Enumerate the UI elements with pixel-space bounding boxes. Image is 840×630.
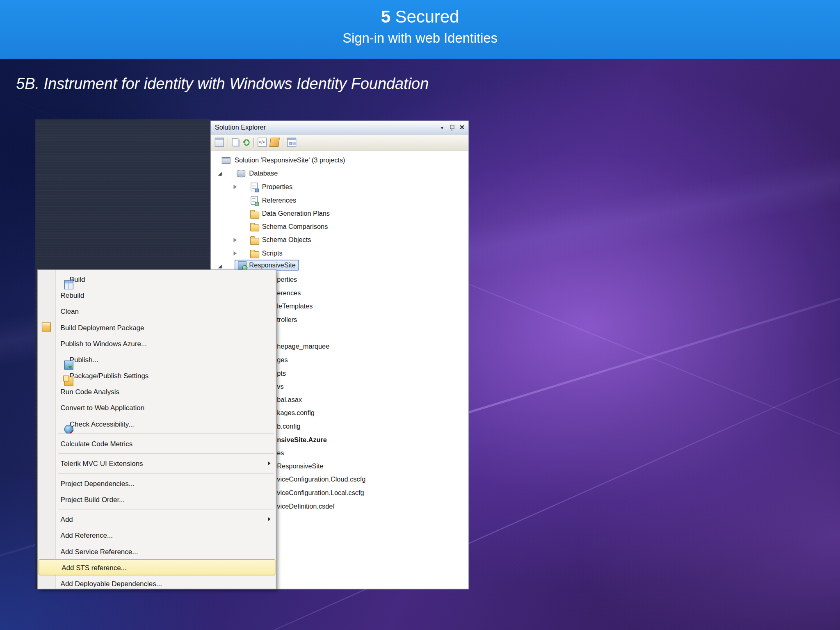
menu-item-label: Add Reference... [61, 531, 113, 539]
expander-collapsed-icon[interactable] [233, 251, 237, 256]
folder-icon [250, 212, 259, 219]
tree-item-label: Scripts [262, 247, 283, 259]
menu-item-add-reference[interactable]: Add Reference... [38, 527, 276, 543]
menu-item-label: Package/Publish Settings [70, 372, 149, 380]
expander-expanded-icon[interactable] [218, 172, 222, 176]
tree-item-fragment[interactable]: viceConfiguration.Local.cscfg [277, 488, 364, 498]
menu-item-project-dependencies[interactable]: Project Dependencies... [38, 475, 276, 491]
menu-item-label: Add Deployable Dependencies... [61, 580, 162, 588]
menu-item-telerik-mvc-ui-extensions[interactable]: Telerik MVC UI Extensions [38, 455, 276, 471]
window-position-menu-icon[interactable]: ▾ [441, 125, 443, 130]
folder-icon [250, 251, 259, 258]
menu-item-add[interactable]: Add [38, 511, 276, 527]
tree-item-label: Schema Comparisons [262, 221, 328, 233]
menu-item-clean[interactable]: Clean [38, 303, 276, 319]
menu-item-package-publish-settings[interactable]: Package/Publish Settings [38, 368, 276, 383]
menu-item-label: Check Accessibility... [70, 420, 134, 428]
slide-title-text: Secured [390, 7, 459, 26]
toolbar-separator [253, 137, 254, 147]
tree-item-database[interactable]: Database [211, 168, 468, 180]
tree-item-fragment[interactable]: hepage_marquee [277, 341, 329, 352]
menu-item-label: Convert to Web Application [61, 404, 145, 412]
auto-hide-pin-icon[interactable] [449, 124, 454, 131]
menu-item-convert-to-web-application[interactable]: Convert to Web Application [38, 399, 276, 415]
menu-item-publish[interactable]: Publish... [38, 352, 276, 368]
tree-item-references[interactable]: References [211, 194, 468, 206]
tree-item-fragment[interactable]: trollers [277, 315, 297, 325]
view-code-icon[interactable] [258, 138, 267, 147]
view-class-diagram-icon[interactable] [287, 138, 296, 147]
menu-item-label: Add STS reference... [62, 563, 127, 571]
menu-item-label: Rebuild [61, 291, 84, 299]
menu-item-run-code-analysis[interactable]: Run Code Analysis [38, 383, 276, 399]
tree-item-fragment[interactable]: es [277, 448, 284, 459]
close-icon[interactable]: × [459, 124, 464, 131]
menu-item-project-build-order[interactable]: Project Build Order... [38, 491, 276, 507]
expander-collapsed-icon[interactable] [233, 238, 237, 242]
toolbar-separator [283, 137, 283, 147]
tree-item-schema-objects[interactable]: Schema Objects [211, 234, 468, 246]
menu-item-add-sts-reference[interactable]: Add STS reference... [39, 559, 275, 575]
menu-item-add-deployable-dependencies[interactable]: Add Deployable Dependencies... [38, 575, 276, 589]
menu-item-calculate-code-metrics[interactable]: Calculate Code Metrics [38, 436, 276, 452]
tree-item-fragment[interactable]: nsiveSite.Azure [277, 434, 327, 445]
show-all-files-icon[interactable] [232, 138, 239, 146]
tree-item-fragment[interactable]: ges [277, 355, 288, 365]
tree-item-fragment[interactable]: viceConfiguration.Cloud.cscfg [277, 474, 365, 485]
solution-icon [222, 157, 231, 164]
menu-separator [38, 432, 276, 436]
tree-item-solution[interactable]: Solution 'ResponsiveSite' (3 projects) [211, 154, 468, 166]
tree-item-scripts[interactable]: Scripts [211, 247, 468, 259]
solution-explorer-toolbar [211, 135, 468, 151]
tree-item-fragment[interactable]: ResponsiveSite [277, 461, 323, 471]
menu-item-label: Project Build Order... [61, 495, 125, 504]
solution-explorer-titlebar: Solution Explorer ▾ × [211, 121, 468, 135]
tree-item-fragment[interactable]: viceDefinition.csdef [277, 501, 335, 511]
section-heading: 5B. Instrument for identity with Windows… [16, 75, 429, 93]
tree-item-fragment[interactable]: leTemplates [277, 301, 313, 312]
menu-separator [38, 507, 276, 511]
tree-item-fragment[interactable]: kages.config [277, 408, 315, 418]
tree-item-fragment[interactable]: vs [277, 381, 283, 392]
tree-item-fragment[interactable]: erences [277, 288, 301, 298]
expander-collapsed-icon[interactable] [233, 185, 237, 189]
slide-subtitle: Sign-in with web Identities [0, 30, 840, 46]
tree-item-fragment[interactable]: perties [277, 274, 297, 285]
tree-item-label: Schema Objects [262, 234, 311, 246]
menu-item-publish-to-windows-azure[interactable]: Publish to Windows Azure... [38, 336, 276, 352]
tree-item-schema-comparisons[interactable]: Schema Comparisons [211, 221, 468, 233]
tree-item-label: Solution 'ResponsiveSite' (3 projects) [235, 154, 345, 166]
properties-window-icon[interactable] [215, 138, 224, 147]
menu-item-label: Calculate Code Metrics [61, 440, 133, 448]
properties-node-icon [251, 183, 258, 191]
submenu-arrow-icon [268, 517, 271, 521]
slide-number: 5 [381, 7, 390, 26]
menu-item-build[interactable]: Build [38, 271, 276, 287]
menu-item-rebuild[interactable]: Rebuild [38, 287, 276, 303]
deployment-package-icon [42, 322, 51, 331]
tree-item-fragment[interactable]: pts [277, 368, 286, 379]
menu-item-label: Project Dependencies... [61, 479, 135, 487]
folder-icon [250, 238, 259, 245]
references-icon [251, 196, 258, 205]
menu-item-add-service-reference[interactable]: Add Service Reference... [38, 543, 276, 559]
menu-item-label: Add Service Reference... [61, 547, 138, 555]
selected-item-highlight[interactable]: ResponsiveSite [235, 260, 299, 270]
tree-item-properties[interactable]: Properties [211, 181, 468, 193]
tree-item-fragment[interactable]: b.config [277, 421, 300, 432]
menu-item-label: Telerik MVC UI Extensions [61, 459, 143, 468]
web-project-icon [238, 261, 247, 269]
tree-item-data-generation-plans[interactable]: Data Generation Plans [211, 208, 468, 220]
menu-item-build-deployment-package[interactable]: Build Deployment Package [38, 319, 276, 335]
menu-item-label: Publish to Windows Azure... [61, 339, 147, 347]
view-designer-icon[interactable] [269, 138, 280, 147]
toolbar-separator [228, 137, 228, 147]
tree-item-fragment[interactable]: bal.asax [277, 394, 302, 405]
slide-title: 5 Secured [0, 7, 840, 27]
expander-expanded-icon[interactable] [218, 265, 222, 268]
slide-header: 5 Secured Sign-in with web Identities [0, 0, 840, 59]
menu-item-check-accessibility[interactable]: Check Accessibility... [38, 416, 276, 432]
refresh-icon[interactable] [243, 139, 250, 146]
folder-icon [250, 224, 259, 231]
menu-item-label: Publish... [70, 356, 98, 364]
